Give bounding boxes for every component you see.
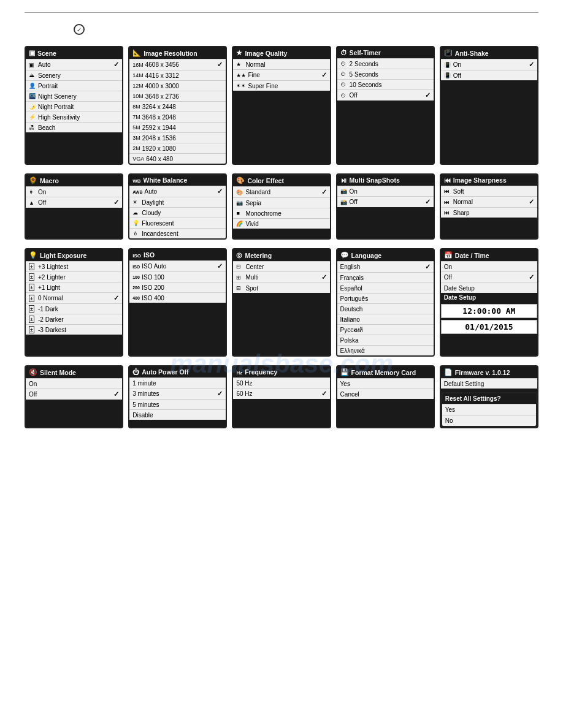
menu-item-image-resolution-0[interactable]: 16M4608 x 3456✓ — [129, 59, 226, 70]
menu-item-iso-2[interactable]: 200ISO 200 — [129, 282, 226, 292]
item-check-metering-1: ✓ — [321, 273, 327, 281]
menu-item-light-exposure-2[interactable]: ±+1 Light — [26, 282, 122, 292]
menu-item-metering-0[interactable]: ⊟Center — [233, 261, 329, 271]
menu-item-language-0[interactable]: English✓ — [337, 261, 434, 272]
item-icon-macro-0: ↡ — [29, 189, 36, 195]
menu-item-multi-snapshots-1[interactable]: 📸Off✓ — [337, 196, 434, 207]
reset-item-1[interactable]: No — [442, 415, 536, 426]
menu-item-image-quality-0[interactable]: ★Normal — [233, 59, 329, 69]
menu-item-image-resolution-7[interactable]: 3M2048 x 1536 — [129, 132, 226, 143]
item-icon-white-balance-2: ☁ — [132, 210, 140, 216]
menu-box-color-effect: 🎨Color Effect🎨Standard✓📷Sepia■Monochrome… — [232, 173, 331, 240]
menu-item-scene-6[interactable]: 🏖Beach — [26, 122, 122, 132]
menu-item-multi-snapshots-0[interactable]: 📸On — [337, 186, 434, 196]
menu-item-scene-0[interactable]: ▣Auto✓ — [26, 59, 122, 70]
menu-item-image-resolution-4[interactable]: 8M3264 x 2448 — [129, 101, 226, 112]
menu-item-image-resolution-5[interactable]: 7M3648 x 2048 — [129, 112, 226, 122]
menu-item-scene-1[interactable]: ⛰Scenery — [26, 70, 122, 80]
menu-item-white-balance-2[interactable]: ☁Cloudy — [129, 207, 226, 218]
menu-item-metering-2[interactable]: ⊟Spot — [233, 282, 329, 293]
menu-item-language-3[interactable]: Português — [337, 293, 434, 303]
menu-item-iso-3[interactable]: 400ISO 400 — [129, 292, 226, 303]
menu-item-white-balance-3[interactable]: 💡Fluorescent — [129, 218, 226, 228]
menu-item-image-sharpness-1[interactable]: ⏮Normal✓ — [441, 196, 537, 207]
menu-item-format-memory-0[interactable]: Yes — [337, 378, 434, 389]
menu-item-language-6[interactable]: Русский — [337, 324, 434, 335]
menu-item-anti-shake-0[interactable]: 📳On✓ — [441, 59, 537, 70]
menu-item-macro-0[interactable]: ↡On — [26, 186, 122, 197]
menu-item-date-time-0[interactable]: On — [441, 261, 537, 271]
header-checkmark: ✓ — [74, 24, 85, 35]
item-label-language-6: Русский — [340, 327, 363, 333]
scene-header-icon: ▣ — [29, 49, 35, 57]
menu-item-light-exposure-1[interactable]: ±+2 Lighter — [26, 271, 122, 282]
menu-item-scene-3[interactable]: 🌃Night Scenery — [26, 91, 122, 101]
menu-item-scene-5[interactable]: ⚡High Sensitivity — [26, 112, 122, 122]
menu-item-auto-power-off-3[interactable]: Disable — [129, 409, 226, 420]
menu-item-iso-0[interactable]: ISOISO Auto✓ — [129, 260, 226, 271]
menu-item-light-exposure-0[interactable]: ±+3 Lightest — [26, 261, 122, 271]
menu-item-date-time-1[interactable]: Off✓ — [441, 271, 537, 282]
menu-item-frequency-1[interactable]: 60 Hz✓ — [233, 388, 329, 399]
menu-item-self-timer-0[interactable]: ⏲2 Seconds — [337, 58, 434, 69]
menu-item-metering-1[interactable]: ⊞Multi✓ — [233, 271, 329, 282]
menu-item-image-quality-1[interactable]: ★★Fine✓ — [233, 69, 329, 80]
menu-item-language-2[interactable]: Español — [337, 282, 434, 293]
menu-item-white-balance-4[interactable]: 🕯Incandescent — [129, 228, 226, 238]
item-check-multi-snapshots-1: ✓ — [425, 198, 431, 206]
item-label-image-resolution-6: 2592 x 1944 — [142, 124, 176, 131]
menu-item-language-7[interactable]: Polska — [337, 335, 434, 345]
menu-item-language-4[interactable]: Deutsch — [337, 303, 434, 314]
menu-item-light-exposure-5[interactable]: ±-2 Darker — [26, 314, 122, 324]
menu-item-white-balance-1[interactable]: ☀Daylight — [129, 197, 226, 207]
menu-item-image-resolution-6[interactable]: 5M2592 x 1944 — [129, 122, 226, 132]
menu-item-anti-shake-1[interactable]: 📳Off — [441, 70, 537, 80]
menu-header-scene: ▣Scene — [26, 47, 122, 59]
menu-item-self-timer-2[interactable]: ⏲10 Seconds — [337, 79, 434, 89]
item-icon-self-timer-2: ⏲ — [340, 82, 348, 88]
menu-item-auto-power-off-2[interactable]: 5 minutes — [129, 399, 226, 409]
menu-item-light-exposure-4[interactable]: ±-1 Dark — [26, 303, 122, 314]
item-label-date-time-0: On — [444, 264, 452, 270]
menu-item-scene-4[interactable]: 🌛Night Portrait — [26, 101, 122, 112]
menu-item-image-resolution-8[interactable]: 2M1920 x 1080 — [129, 143, 226, 153]
menu-item-self-timer-1[interactable]: ⏲5 Seconds — [337, 69, 434, 79]
menu-item-light-exposure-6[interactable]: ±-3 Darkest — [26, 324, 122, 335]
item-check-frequency-1: ✓ — [321, 390, 327, 398]
item-label-auto-power-off-0: 1 minute — [132, 380, 156, 387]
menu-item-color-effect-3[interactable]: 🌈Vivid — [233, 218, 329, 229]
menu-item-frequency-0[interactable]: 50 Hz — [233, 377, 329, 388]
menu-item-auto-power-off-0[interactable]: 1 minute — [129, 377, 226, 388]
item-icon-white-balance-3: 💡 — [132, 220, 140, 226]
menu-item-date-time-2[interactable]: Date Setup — [441, 282, 537, 293]
menu-item-color-effect-0[interactable]: 🎨Standard✓ — [233, 186, 329, 197]
menu-item-color-effect-2[interactable]: ■Monochrome — [233, 208, 329, 218]
item-icon-scene-0: ▣ — [29, 62, 36, 68]
menu-item-image-sharpness-2[interactable]: ⏮Sharp — [441, 207, 537, 218]
menu-item-color-effect-1[interactable]: 📷Sepia — [233, 197, 329, 208]
menu-item-auto-power-off-1[interactable]: 3 minutes✓ — [129, 388, 226, 399]
menu-item-image-resolution-9[interactable]: VGA640 x 480 — [129, 153, 226, 164]
page-header: ✓ — [25, 19, 538, 35]
menu-item-light-exposure-3[interactable]: ±0 Normal✓ — [26, 292, 122, 303]
menu-item-image-resolution-2[interactable]: 12M4000 x 3000 — [129, 80, 226, 91]
menu-item-white-balance-0[interactable]: AWBAuto✓ — [129, 186, 226, 197]
menu-item-language-8[interactable]: Ελληνικά — [337, 345, 434, 355]
menu-item-silent-mode-0[interactable]: On — [26, 378, 122, 389]
menu-item-language-5[interactable]: Italiano — [337, 314, 434, 324]
item-label-auto-power-off-1: 3 minutes — [132, 390, 159, 397]
menu-item-iso-1[interactable]: 100ISO 100 — [129, 271, 226, 282]
menu-item-image-quality-2[interactable]: ✶✶Super Fine — [233, 80, 329, 91]
menu-item-self-timer-3[interactable]: ⏲Off✓ — [337, 89, 434, 100]
menu-item-image-resolution-3[interactable]: 10M3648 x 2736 — [129, 91, 226, 101]
item-icon-image-resolution-0: 16M — [132, 62, 144, 68]
menu-item-silent-mode-1[interactable]: Off✓ — [26, 389, 122, 400]
menu-item-format-memory-1[interactable]: Cancel — [337, 389, 434, 399]
menu-item-firmware-0[interactable]: Default Setting — [441, 378, 537, 389]
reset-item-0[interactable]: Yes — [442, 404, 536, 415]
menu-item-image-resolution-1[interactable]: 14M4416 x 3312 — [129, 70, 226, 80]
menu-item-language-1[interactable]: Français — [337, 272, 434, 282]
menu-item-image-sharpness-0[interactable]: ⏮Soft — [441, 186, 537, 196]
menu-item-macro-1[interactable]: ▲Off✓ — [26, 197, 122, 208]
menu-item-scene-2[interactable]: 👤Portrait — [26, 80, 122, 91]
